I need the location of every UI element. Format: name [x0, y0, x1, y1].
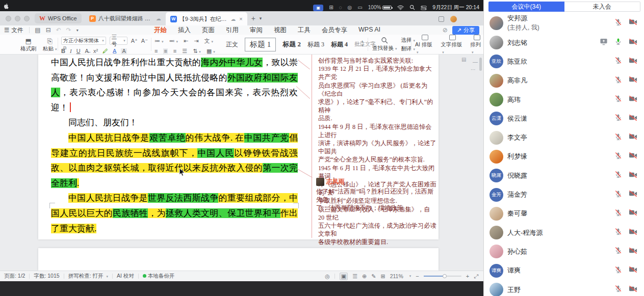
zoom-window-icon[interactable]: [24, 16, 30, 21]
mic-muted-icon[interactable]: [614, 266, 622, 276]
collapse-icon[interactable]: —: [473, 59, 478, 65]
italic-icon[interactable]: I: [70, 48, 72, 54]
mic-muted-icon[interactable]: [614, 57, 622, 66]
align-left-icon[interactable]: ≡: [154, 48, 158, 54]
restore-window-icon[interactable]: [439, 16, 444, 22]
strikethrough-icon[interactable]: A̶: [85, 48, 89, 54]
web-view-icon[interactable]: ⊕: [362, 274, 367, 279]
more-options-icon[interactable]: ⋯: [471, 67, 476, 72]
menu-2[interactable]: 页面: [202, 26, 215, 35]
tab-wps-home[interactable]: W WPS Office: [35, 13, 82, 23]
decrease-indent-icon[interactable]: ⇤: [184, 38, 188, 44]
lock-icon[interactable]: ◌: [339, 5, 342, 10]
zoom-in-icon[interactable]: +: [466, 274, 469, 279]
increase-font-icon[interactable]: A⁺: [131, 38, 138, 44]
document-page-1[interactable]: 中国人民抗日战争胜利作出重大贡献的海内外中华儿女，致以崇高敬意！向支援和帮助过中…: [38, 55, 439, 239]
mic-muted-icon[interactable]: [614, 18, 622, 28]
camera-off-icon[interactable]: [629, 114, 637, 123]
panel-stack-icon[interactable]: ▤: [461, 57, 466, 62]
mic-muted-icon[interactable]: [614, 228, 622, 237]
record-icon[interactable]: ◎: [348, 5, 352, 10]
document-page-2[interactable]: [38, 248, 439, 271]
char-shading-icon[interactable]: A: [121, 48, 126, 54]
participant-row-9[interactable]: 金芳蒲金芳: [484, 185, 644, 204]
zoom-slider-knob[interactable]: [443, 274, 447, 278]
camera-off-icon[interactable]: [629, 152, 637, 161]
bullet-list-icon[interactable]: ≔▾: [154, 38, 164, 44]
mic-muted-icon[interactable]: [614, 171, 622, 180]
gallery-down-icon[interactable]: ▼: [360, 44, 364, 47]
underline-icon[interactable]: U: [76, 48, 81, 54]
align-right-icon[interactable]: ≡: [173, 48, 176, 54]
mic-on-icon[interactable]: [614, 38, 622, 47]
menubar-clock[interactable]: 9月22日 周一 20:14: [432, 4, 479, 11]
style-chip-4[interactable]: 标题 4: [331, 40, 348, 49]
participant-row-3[interactable]: 高非凡: [484, 71, 644, 90]
mic-muted-icon[interactable]: [614, 285, 622, 294]
mic-muted-icon[interactable]: [614, 95, 622, 104]
fullscreen-icon[interactable]: ⤢: [474, 274, 478, 279]
paragraph-1[interactable]: 同志们、朋友们！: [51, 115, 298, 130]
paste-button[interactable]: ⎘ 粘贴▾: [43, 38, 57, 52]
font-size-select[interactable]: 三号▾: [110, 37, 127, 45]
menu-1[interactable]: 插入: [178, 26, 191, 35]
camera-off-icon[interactable]: [629, 266, 637, 275]
battery-icon[interactable]: 100%: [368, 5, 392, 10]
ai-proofread-button[interactable]: AI 校对: [117, 273, 134, 280]
app-window-icon[interactable]: ▣: [313, 5, 323, 11]
tab-not-joined[interactable]: 未入会: [564, 2, 641, 12]
mic-muted-icon[interactable]: [614, 133, 622, 143]
participant-row-8[interactable]: 晓露倪晓露: [484, 166, 644, 185]
fit-page-icon[interactable]: ⊞: [381, 274, 385, 279]
text-layout-button[interactable]: 文字排版▾: [441, 35, 464, 55]
redo-icon[interactable]: ↷: [66, 26, 71, 34]
mic-muted-icon[interactable]: [614, 114, 622, 123]
zoom-slider[interactable]: [424, 276, 461, 277]
camera-off-icon[interactable]: [629, 171, 637, 180]
translate-button[interactable]: 翻译▾: [401, 45, 416, 52]
comment-thread[interactable]: 创作背景与当时革命实践紧密关联: 1939 年 12 月 21 日，毛泽东为悼念…: [318, 57, 437, 247]
new-tab-button[interactable]: +: [251, 14, 255, 22]
page-indicator[interactable]: 页面: 1/2: [4, 273, 25, 280]
camera-off-icon[interactable]: [629, 76, 637, 85]
minimize-window-icon[interactable]: [15, 16, 20, 21]
participant-row-7[interactable]: 利梦缘: [484, 147, 644, 166]
font-name-select[interactable]: 方正小标宋简体▾: [61, 37, 106, 45]
participant-row-4[interactable]: 高玮: [484, 90, 644, 109]
participant-row-12[interactable]: 孙心茹: [484, 242, 644, 261]
local-backup-status[interactable]: 本地备份开: [143, 273, 175, 280]
tab-in-meeting[interactable]: 会议中(34): [488, 2, 564, 12]
camera-off-icon[interactable]: [629, 247, 637, 256]
document-text[interactable]: 中国人民抗日战争胜利作出重大贡献的海内外中华儿女，致以崇高敬意！向支援和帮助过中…: [51, 55, 298, 236]
spellcheck-status[interactable]: 拼写检查: 打开 ▾: [68, 273, 108, 280]
menu-0[interactable]: 开始: [154, 26, 167, 35]
find-replace-button[interactable]: 查找替换▾: [372, 37, 397, 52]
participant-row-2[interactable]: 亚欣陈亚欣: [484, 52, 644, 71]
text-direction-icon[interactable]: 文▾: [204, 38, 213, 44]
camera-off-icon[interactable]: [629, 228, 637, 237]
shading-icon[interactable]: ▦▾: [207, 48, 215, 54]
share-button[interactable]: ↗ 分享: [452, 26, 479, 35]
vertical-scrollbar-thumb[interactable]: [479, 58, 482, 71]
display-icon[interactable]: ▭: [357, 5, 362, 10]
close-tab-icon[interactable]: ×: [239, 16, 242, 22]
word-count[interactable]: 字数: 1015: [34, 273, 59, 280]
record-icon[interactable]: ◎: [325, 274, 330, 279]
decrease-font-icon[interactable]: A⁻: [141, 38, 148, 44]
comment-reply[interactable]: 志凤雨 你了解“法西斯”吗？胜利日还没到，法西斯先急 了；法西斯阴魂不散；绥靖政…: [316, 177, 437, 212]
participant-row-1[interactable]: 刘志铭: [484, 33, 644, 52]
screen-share-icon[interactable]: [600, 38, 608, 47]
style-chip-0[interactable]: 正文: [226, 40, 238, 49]
align-center-icon[interactable]: ≡: [163, 48, 167, 54]
zoom-chevron-icon[interactable]: ▾: [409, 274, 411, 278]
camera-off-icon[interactable]: [629, 38, 637, 47]
style-chip-1-selected[interactable]: 标题 1: [245, 38, 276, 51]
camera-off-icon[interactable]: [629, 209, 637, 218]
file-menu-button[interactable]: ☰ 文件: [0, 26, 27, 34]
numbered-list-icon[interactable]: ≕▾: [169, 38, 178, 44]
outline-view-icon[interactable]: ☰: [352, 274, 357, 279]
camera-off-icon[interactable]: [629, 95, 637, 104]
menu-3[interactable]: 引用: [226, 26, 239, 35]
increase-indent-icon[interactable]: ⇥: [194, 38, 198, 44]
print-icon[interactable]: ⊟: [46, 26, 51, 34]
